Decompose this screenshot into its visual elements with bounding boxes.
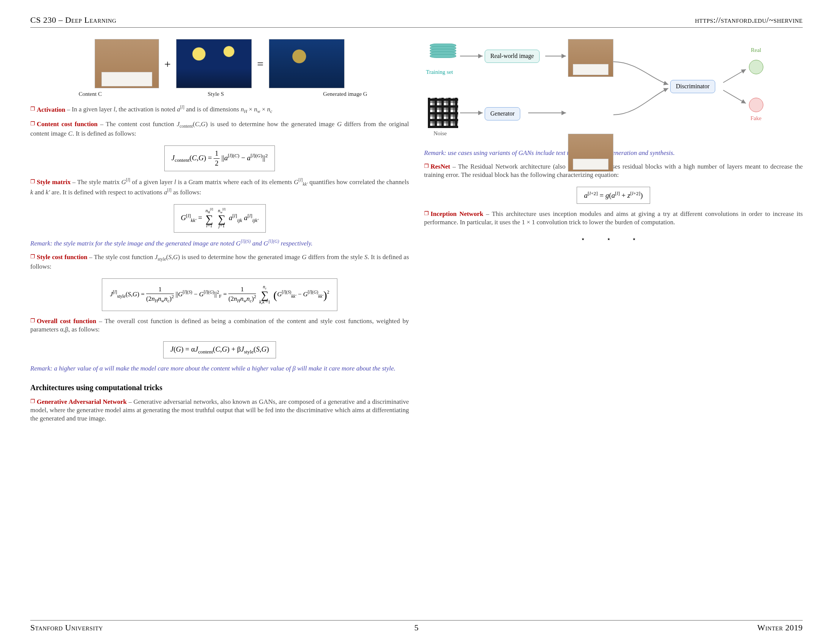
resnet-def: ❐ResNet – The Residual Network architect…: [424, 163, 803, 179]
fake-label: Fake: [751, 115, 761, 122]
bookmark-icon: ❐: [424, 211, 429, 216]
style-matrix-head: Style matrix: [37, 179, 71, 186]
real-circle-icon: [749, 60, 763, 74]
content-cost-head: Content cost function: [37, 121, 98, 128]
overall-cost-head: Overall cost function: [37, 317, 96, 325]
activation-head: Activation: [37, 106, 66, 113]
overall-cost-remark: Remark: a higher value of α will make th…: [30, 364, 409, 373]
generated-sample-image: [568, 134, 613, 172]
content-cost-def: ❐Content cost function – The content cos…: [30, 120, 409, 138]
overall-cost-def: ❐Overall cost function – The overall cos…: [30, 317, 409, 334]
generator-box: Generator: [485, 107, 520, 121]
resnet-head: ResNet: [431, 163, 450, 170]
bookmark-icon: ❐: [30, 254, 35, 259]
style-matrix-body: – The style matrix G[l] of a given layer…: [30, 179, 409, 196]
inception-head: Inception Network: [431, 210, 483, 217]
page-header: CS 230 – Deep Learning https://stanford.…: [30, 15, 803, 27]
resnet-formula: a[l+2] = g(a[l] + z[l+2]): [577, 187, 650, 204]
svg-line-4: [723, 69, 746, 82]
bookmark-icon: ❐: [30, 106, 35, 112]
caption-generated: Generated image G: [304, 90, 387, 98]
style-cost-formula-wrap: J[l]style(S,G) = 1 (2nHnwnc)2 ||G[l](S) …: [30, 276, 409, 317]
content-image: [95, 39, 159, 88]
left-column: + = Content C Style S Generated image G …: [30, 39, 409, 428]
section-architectures: Architectures using computational tricks: [30, 383, 409, 393]
training-set-icon: [430, 45, 456, 68]
bookmark-icon: ❐: [30, 399, 35, 404]
caption-content: Content C: [52, 90, 128, 98]
gan-arrows: [424, 39, 803, 145]
style-cost-head: Style cost function: [37, 253, 87, 261]
bookmark-icon: ❐: [424, 163, 429, 169]
page-footer: Stanford University 5 Winter 2019: [30, 620, 803, 633]
svg-line-5: [723, 90, 746, 103]
inception-def: ❐Inception Network – This architecture u…: [424, 210, 803, 227]
gan-head: Generative Adversarial Network: [37, 398, 127, 405]
gan-remark: Remark: use cases using variants of GANs…: [424, 149, 803, 157]
style-cost-formula: J[l]style(S,G) = 1 (2nHnwnc)2 ||G[l](S) …: [102, 279, 337, 311]
bookmark-icon: ❐: [30, 179, 35, 185]
realworld-box: Real-world image: [485, 50, 540, 63]
plus-icon: +: [164, 56, 171, 71]
overall-cost-formula-wrap: J(G) = αJcontent(C,G) + βJstyle(S,G): [30, 339, 409, 364]
right-column: Training set Real-world image Noise Gene…: [424, 39, 803, 428]
style-matrix-formula: G[l]kk' = nH[l] ∑ i=1 nw[l] ∑ j=1 a[l]ij…: [174, 204, 266, 233]
style-matrix-formula-wrap: G[l]kk' = nH[l] ∑ i=1 nw[l] ∑ j=1 a[l]ij…: [30, 202, 409, 239]
activation-body: – In a given layer l, the activation is …: [66, 106, 273, 113]
real-image: [568, 39, 613, 77]
resnet-body: – The Residual Network architecture (als…: [424, 163, 803, 179]
content-cost-formula: Jcontent(C,G) = 12 ||a[l](C) − a[l](G)||…: [164, 145, 275, 171]
bookmark-icon: ❐: [30, 318, 35, 324]
section-divider-stars: ⋆ ⋆ ⋆: [424, 235, 803, 243]
training-set-label: Training set: [426, 69, 453, 76]
noise-icon: [428, 98, 458, 128]
style-matrix-def: ❐Style matrix – The style matrix G[l] of…: [30, 177, 409, 196]
page-number: 5: [414, 623, 419, 633]
noise-label: Noise: [434, 130, 447, 137]
gan-diagram: Training set Real-world image Noise Gene…: [424, 39, 803, 145]
content-cost-formula-wrap: Jcontent(C,G) = 12 ||a[l](C) − a[l](G)||…: [30, 143, 409, 177]
style-image: [176, 39, 252, 88]
real-label: Real: [751, 47, 761, 54]
header-left: CS 230 – Deep Learning: [30, 15, 116, 25]
discriminator-box: Discriminator: [670, 80, 715, 93]
header-right: https://stanford.edu/~shervine: [695, 15, 803, 25]
caption-style: Style S: [172, 90, 259, 98]
footer-right: Winter 2019: [757, 623, 803, 633]
style-transfer-captions: Content C Style S Generated image G: [30, 90, 409, 98]
fake-circle-icon: [749, 98, 763, 112]
style-matrix-remark: Remark: the style matrix for the style i…: [30, 239, 409, 248]
style-transfer-figure: + =: [30, 39, 409, 88]
bookmark-icon: ❐: [30, 121, 35, 127]
overall-cost-formula: J(G) = αJcontent(C,G) + βJstyle(S,G): [163, 341, 277, 358]
resnet-formula-wrap: a[l+2] = g(a[l] + z[l+2]): [424, 185, 803, 210]
footer-left: Stanford University: [30, 623, 103, 633]
style-cost-def: ❐Style cost function – The style cost fu…: [30, 253, 409, 271]
two-column-layout: + = Content C Style S Generated image G …: [30, 39, 803, 428]
activation-def: ❐Activation – In a given layer l, the ac…: [30, 105, 409, 115]
equals-icon: =: [257, 56, 264, 71]
generated-image: [269, 39, 344, 88]
gan-def: ❐Generative Adversarial Network – Genera…: [30, 398, 409, 423]
